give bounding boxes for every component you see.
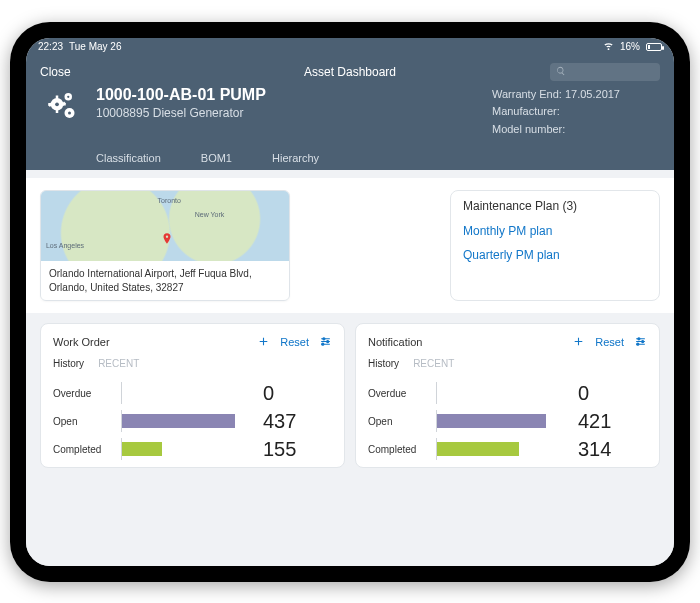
plan-item-quarterly[interactable]: Quarterly PM plan <box>463 243 647 267</box>
battery-pct: 16% <box>620 41 640 52</box>
svg-point-1 <box>55 102 59 106</box>
location-address: Orlando International Airport, Jeff Fuqu… <box>41 261 289 300</box>
nt-overdue-value: 0 <box>578 382 589 405</box>
svg-rect-2 <box>56 95 59 99</box>
close-button[interactable]: Close <box>40 65 71 79</box>
plus-icon <box>257 335 270 350</box>
tablet-frame: 22:23 Tue May 26 16% Close Asset Dashboa… <box>10 22 690 582</box>
work-order-title: Work Order <box>53 336 110 348</box>
asset-description: 10008895 Diesel Generator <box>96 106 266 120</box>
screen: 22:23 Tue May 26 16% Close Asset Dashboa… <box>26 38 674 566</box>
map-label-toronto: Toronto <box>158 197 181 204</box>
wo-completed-label: Completed <box>53 444 113 455</box>
warranty-value: 17.05.2017 <box>565 88 620 100</box>
svg-point-13 <box>327 340 329 342</box>
gears-icon <box>40 86 84 130</box>
nt-row-completed: Completed 314 <box>368 435 647 463</box>
svg-point-16 <box>642 340 644 342</box>
wo-row-overdue: Overdue 0 <box>53 379 332 407</box>
work-order-add-button[interactable] <box>257 335 270 350</box>
manufacturer-label: Manufacturer: <box>492 105 560 117</box>
nt-overdue-label: Overdue <box>368 388 428 399</box>
content: Toronto New York Los Angeles Orlando Int… <box>26 170 674 565</box>
maintenance-plan-card: Maintenance Plan (3) Monthly PM plan Qua… <box>450 190 660 301</box>
search-input[interactable] <box>570 66 654 77</box>
plan-item-monthly[interactable]: Monthly PM plan <box>463 219 647 243</box>
battery-icon <box>646 43 662 51</box>
nt-open-value: 421 <box>578 410 611 433</box>
header: Close Asset Dashboard <box>26 56 674 171</box>
wo-open-value: 437 <box>263 410 296 433</box>
svg-point-17 <box>637 343 639 345</box>
notification-settings-button[interactable] <box>634 335 647 350</box>
asset-name: 1000-100-AB-01 PUMP <box>96 86 266 104</box>
notification-tab-history[interactable]: History <box>368 358 399 369</box>
work-order-panel: Work Order Reset History RECENT <box>40 323 345 468</box>
map-pin-icon <box>160 232 174 246</box>
sliders-icon <box>634 335 647 350</box>
notification-tab-recent[interactable]: RECENT <box>413 358 454 369</box>
nt-completed-label: Completed <box>368 444 428 455</box>
header-tabs: Classification BOM1 Hierarchy <box>40 146 660 170</box>
work-order-reset-button[interactable]: Reset <box>280 336 309 348</box>
wo-completed-value: 155 <box>263 438 296 461</box>
model-label: Model number: <box>492 123 565 135</box>
tab-bom[interactable]: BOM1 <box>201 152 232 164</box>
tab-hierarchy[interactable]: Hierarchy <box>272 152 319 164</box>
nt-completed-value: 314 <box>578 438 611 461</box>
work-order-settings-button[interactable] <box>319 335 332 350</box>
map-label-la: Los Angeles <box>46 242 84 249</box>
wo-row-completed: Completed 155 <box>53 435 332 463</box>
warranty-label: Warranty End: <box>492 88 562 100</box>
svg-point-11 <box>67 95 69 97</box>
plus-icon <box>572 335 585 350</box>
wo-row-open: Open 437 <box>53 407 332 435</box>
nt-row-overdue: Overdue 0 <box>368 379 647 407</box>
wo-overdue-value: 0 <box>263 382 274 405</box>
search-icon <box>556 65 566 79</box>
notification-add-button[interactable] <box>572 335 585 350</box>
svg-point-14 <box>322 343 324 345</box>
search-field[interactable] <box>550 63 660 81</box>
map-thumbnail[interactable]: Toronto New York Los Angeles <box>41 191 289 261</box>
sliders-icon <box>319 335 332 350</box>
nt-row-open: Open 421 <box>368 407 647 435</box>
wo-open-label: Open <box>53 416 113 427</box>
wo-overdue-label: Overdue <box>53 388 113 399</box>
work-order-tab-recent[interactable]: RECENT <box>98 358 139 369</box>
svg-rect-3 <box>56 109 59 113</box>
svg-point-9 <box>68 111 71 114</box>
asset-meta: Warranty End: 17.05.2017 Manufacturer: M… <box>492 86 660 139</box>
nt-open-label: Open <box>368 416 428 427</box>
tab-classification[interactable]: Classification <box>96 152 161 164</box>
status-bar: 22:23 Tue May 26 16% <box>26 38 674 56</box>
notification-reset-button[interactable]: Reset <box>595 336 624 348</box>
location-card[interactable]: Toronto New York Los Angeles Orlando Int… <box>40 190 290 301</box>
map-label-newyork: New York <box>195 211 225 218</box>
statusbar-date: Tue May 26 <box>69 41 121 52</box>
notification-title: Notification <box>368 336 422 348</box>
svg-point-15 <box>638 337 640 339</box>
wifi-icon <box>603 40 614 53</box>
notification-panel: Notification Reset History RECENT <box>355 323 660 468</box>
maintenance-plan-heading: Maintenance Plan (3) <box>463 199 647 213</box>
statusbar-time: 22:23 <box>38 41 63 52</box>
svg-point-12 <box>323 337 325 339</box>
work-order-tab-history[interactable]: History <box>53 358 84 369</box>
